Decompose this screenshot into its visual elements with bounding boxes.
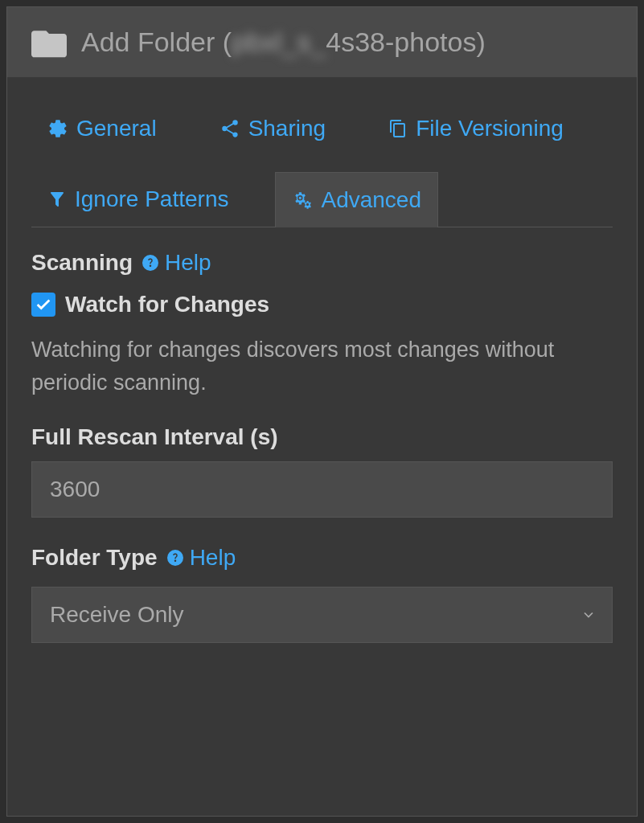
share-icon [219, 118, 240, 139]
gear-icon [47, 118, 68, 139]
tab-label: Advanced [321, 187, 421, 213]
tab-label: File Versioning [416, 116, 564, 141]
rescan-interval-input[interactable] [31, 461, 613, 518]
help-icon [166, 548, 185, 567]
tab-general[interactable]: General [31, 101, 173, 156]
tab-ignore-patterns[interactable]: Ignore Patterns [31, 172, 244, 227]
folder-type-select-wrapper: Receive Only [31, 587, 613, 643]
tab-file-versioning[interactable]: File Versioning [372, 101, 580, 156]
tab-advanced[interactable]: Advanced [275, 172, 438, 227]
modal-body: General Sharing File Versioning Ignore P… [7, 77, 637, 643]
gears-icon [292, 190, 313, 211]
filter-icon [47, 190, 67, 209]
watch-description: Watching for changes discovers most chan… [31, 334, 613, 399]
scanning-help-link[interactable]: Help [141, 250, 211, 276]
folder-icon [31, 27, 67, 58]
scanning-header: Scanning Help [31, 250, 613, 276]
help-label: Help [165, 250, 211, 276]
folder-type-header: Folder Type Help [31, 545, 613, 571]
rescan-interval-label: Full Rescan Interval (s) [31, 424, 613, 450]
help-label: Help [190, 545, 236, 571]
check-icon [35, 296, 52, 313]
watch-for-changes-checkbox[interactable] [31, 293, 55, 317]
modal-header: Add Folder (pbxl_s_4s38-photos) [7, 7, 637, 77]
add-folder-modal: Add Folder (pbxl_s_4s38-photos) General … [6, 6, 638, 817]
watch-for-changes-row: Watch for Changes [31, 292, 613, 317]
folder-type-select[interactable]: Receive Only [31, 587, 613, 643]
tab-label: Ignore Patterns [75, 186, 228, 212]
watch-for-changes-label: Watch for Changes [65, 292, 269, 317]
modal-title: Add Folder (pbxl_s_4s38-photos) [81, 27, 486, 58]
folder-type-label: Folder Type [31, 545, 158, 571]
copy-icon [388, 119, 408, 138]
folder-type-help-link[interactable]: Help [166, 545, 236, 571]
section-title: Scanning [31, 250, 133, 276]
tab-label: Sharing [248, 116, 326, 141]
help-icon [141, 253, 160, 272]
tab-sharing[interactable]: Sharing [203, 101, 343, 156]
tab-label: General [76, 116, 157, 141]
tabs: General Sharing File Versioning Ignore P… [31, 101, 613, 227]
